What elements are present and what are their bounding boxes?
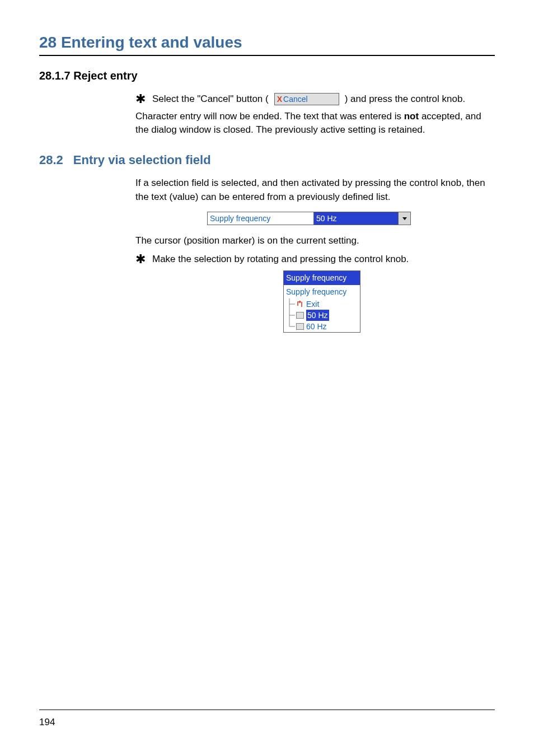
instruction-line-2: ✱ Make the selection by rotating and pre… bbox=[135, 253, 495, 267]
dropdown-item-50hz[interactable]: 50 Hz bbox=[284, 310, 360, 321]
section-title: Entry via selection field bbox=[73, 153, 211, 167]
instruction-line: ✱ Select the "Cancel" button ( X Cancel … bbox=[135, 92, 495, 106]
dropdown-item-exit[interactable]: Exit bbox=[284, 298, 360, 310]
section-number: 28.2 bbox=[39, 153, 63, 167]
dropdown-arrow-icon[interactable] bbox=[398, 212, 410, 225]
dropdown-item-label: Exit bbox=[306, 298, 319, 310]
reject-entry-paragraph: Character entry will now be ended. The t… bbox=[135, 110, 495, 137]
chapter-heading: 28 Entering text and values bbox=[39, 34, 495, 56]
dropdown-title-row: Supply frequency bbox=[284, 285, 360, 298]
dropdown-list[interactable]: Supply frequency Supply frequency Exit 5… bbox=[283, 270, 360, 333]
dropdown-header: Supply frequency bbox=[284, 271, 360, 284]
page-icon bbox=[296, 323, 304, 330]
section-heading: 28.2 Entry via selection field bbox=[39, 153, 495, 167]
selection-field[interactable]: Supply frequency 50 Hz bbox=[207, 212, 411, 225]
selection-field-value: 50 Hz bbox=[314, 212, 398, 225]
footer-divider bbox=[39, 710, 495, 710]
dropdown-item-60hz[interactable]: 60 Hz bbox=[284, 321, 360, 332]
dropdown-item-label: 50 Hz bbox=[306, 310, 329, 321]
svg-marker-0 bbox=[402, 217, 407, 220]
close-icon: X bbox=[277, 94, 282, 105]
selection-field-label: Supply frequency bbox=[208, 212, 314, 225]
bullet-star-icon: ✱ bbox=[135, 93, 147, 105]
cancel-button-label: Cancel bbox=[283, 94, 308, 105]
cursor-text: The cursor (position marker) is on the c… bbox=[135, 234, 495, 248]
make-selection-text: Make the selection by rotating and press… bbox=[152, 253, 409, 267]
page-number: 194 bbox=[39, 717, 55, 728]
page-icon bbox=[296, 312, 304, 319]
subsection-heading: 28.1.7 Reject entry bbox=[39, 69, 495, 82]
exit-icon bbox=[296, 300, 304, 308]
cancel-button[interactable]: X Cancel bbox=[274, 93, 339, 105]
instruction-text-after: ) and press the control knob. bbox=[345, 92, 465, 106]
bullet-star-icon: ✱ bbox=[135, 253, 147, 265]
selection-intro: If a selection field is selected, and th… bbox=[135, 176, 495, 204]
dropdown-item-label: 60 Hz bbox=[306, 321, 327, 332]
instruction-text-before: Select the "Cancel" button ( bbox=[152, 92, 269, 106]
